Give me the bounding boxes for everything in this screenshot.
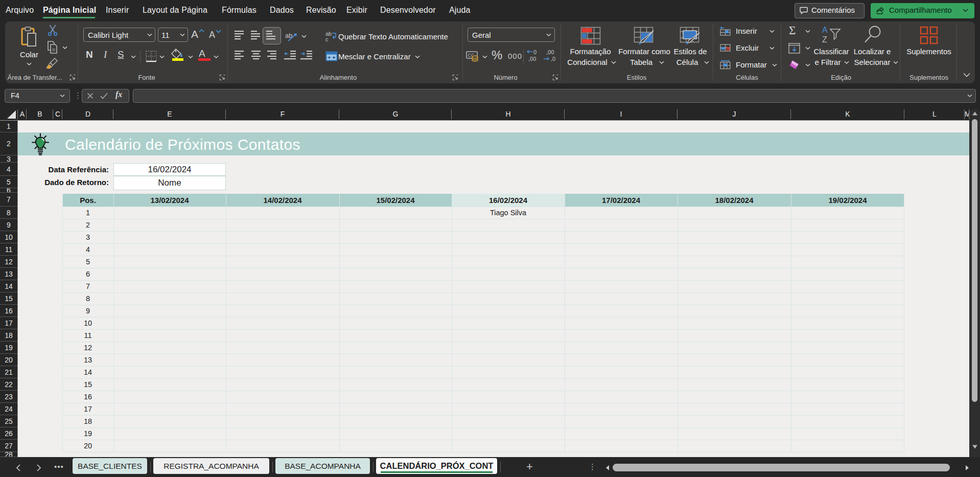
svg-text:,00: ,00	[528, 56, 536, 62]
svg-text:0: 0	[533, 49, 536, 55]
svg-text:Z: Z	[822, 35, 827, 44]
svg-text:A: A	[822, 26, 828, 34]
svg-text:,00: ,00	[546, 49, 554, 55]
svg-text:,0: ,0	[551, 56, 555, 62]
svg-text:c: c	[325, 36, 329, 42]
